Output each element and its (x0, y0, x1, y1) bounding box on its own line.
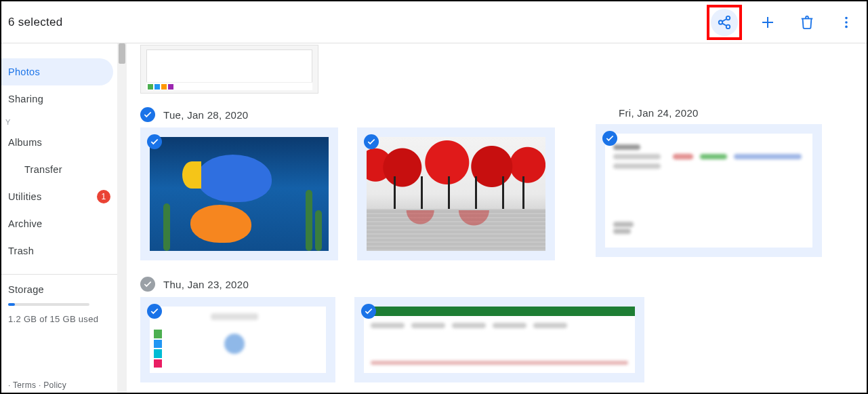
sidebar-section-label: Y (1, 118, 127, 126)
delete-button[interactable] (793, 9, 821, 36)
sidebar-item-label: Transfer (24, 164, 62, 175)
sidebar-scrollbar[interactable] (117, 43, 127, 393)
svg-point-0 (726, 16, 730, 20)
date-text: Thu, Jan 23, 2020 (163, 279, 249, 290)
policy-link[interactable]: Policy (43, 380, 66, 390)
svg-point-1 (719, 20, 723, 24)
check-icon[interactable] (140, 107, 155, 122)
sidebar-item-label: Utilities (8, 191, 41, 202)
terms-link[interactable]: Terms (13, 380, 36, 390)
storage-detail: 1.2 GB of 15 GB used (8, 314, 127, 324)
check-icon[interactable] (147, 134, 162, 149)
plus-icon (760, 14, 776, 31)
divider (1, 274, 117, 275)
sidebar-item-albums[interactable]: Albums (1, 129, 113, 156)
date-header[interactable]: Thu, Jan 23, 2020 (140, 277, 853, 292)
storage-title: Storage (8, 284, 127, 295)
selection-header: 6 selected (1, 1, 867, 43)
photo-thumb[interactable] (596, 124, 822, 257)
sidebar-item-transfer[interactable]: Transfer (1, 156, 113, 183)
check-icon[interactable] (147, 304, 162, 319)
date-header[interactable]: Tue, Jan 28, 2020 (140, 107, 555, 122)
check-icon[interactable] (602, 131, 617, 146)
header-actions (707, 5, 860, 40)
svg-line-4 (722, 23, 726, 26)
date-header[interactable]: Fri, Jan 24, 2020 (619, 107, 822, 119)
share-button[interactable] (711, 9, 738, 36)
more-vert-icon (839, 15, 854, 30)
sidebar-item-label: Sharing (8, 94, 43, 104)
sidebar-item-archive[interactable]: Archive (1, 210, 113, 237)
photo-thumb-partial[interactable] (140, 45, 318, 94)
photo-thumb[interactable] (140, 127, 338, 260)
photo-thumb[interactable] (140, 297, 335, 382)
sidebar-item-trash[interactable]: Trash (1, 237, 113, 264)
badge: 1 (97, 190, 110, 203)
sidebar-item-label: Photos (8, 66, 40, 77)
sidebar-item-utilities[interactable]: Utilities 1 (1, 183, 113, 210)
check-icon[interactable] (364, 134, 379, 149)
more-button[interactable] (833, 9, 860, 36)
check-icon[interactable] (361, 304, 376, 319)
storage-bar (8, 303, 89, 306)
photo-grid: Tue, Jan 28, 2020 (127, 43, 867, 393)
date-text: Fri, Jan 24, 2020 (619, 107, 699, 119)
share-highlight (707, 5, 742, 40)
sidebar-item-photos[interactable]: Photos (1, 58, 113, 85)
selection-count: 6 selected (8, 16, 63, 29)
share-icon (717, 15, 732, 30)
date-text: Tue, Jan 28, 2020 (163, 109, 248, 121)
svg-point-7 (845, 16, 848, 19)
svg-point-9 (845, 25, 848, 28)
photo-thumb[interactable] (354, 297, 644, 382)
sidebar-item-label: Albums (8, 137, 42, 148)
sidebar-item-label: Archive (8, 218, 42, 229)
storage-block[interactable]: Storage 1.2 GB of 15 GB used (1, 284, 127, 324)
svg-point-2 (726, 24, 730, 28)
svg-line-3 (722, 18, 726, 21)
sidebar-item-label: Trash (8, 245, 34, 256)
sidebar: Photos Sharing Y Albums Transfer Utiliti… (1, 43, 127, 393)
photo-thumb[interactable] (357, 127, 555, 260)
sidebar-item-sharing[interactable]: Sharing (1, 85, 113, 113)
check-icon[interactable] (140, 277, 155, 292)
svg-point-8 (845, 21, 848, 24)
footer-links: · Terms · Policy (1, 380, 127, 393)
add-button[interactable] (754, 9, 781, 36)
trash-icon (800, 15, 814, 30)
